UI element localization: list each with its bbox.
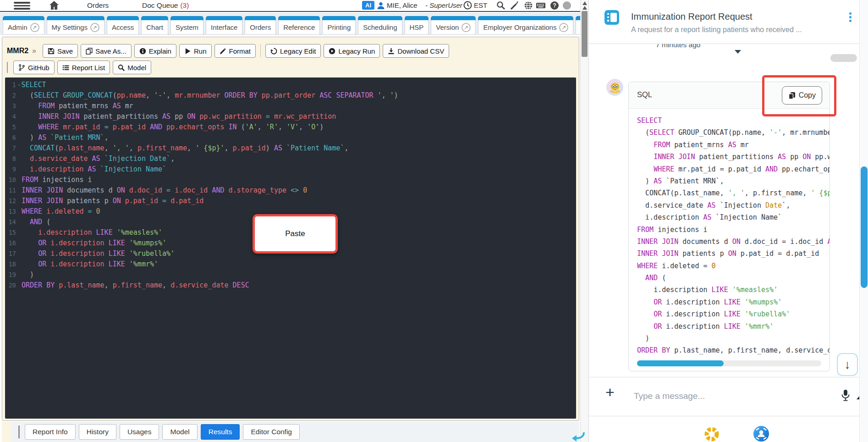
nav-tab-system[interactable]: System <box>170 16 203 35</box>
globe-icon[interactable] <box>523 0 533 11</box>
line-number[interactable]: 16 <box>5 238 22 249</box>
toolbar-legacy-run-button[interactable]: Legacy Run <box>324 44 380 58</box>
chat-title: Immunization Report Request <box>631 11 753 22</box>
chat-code-line-2: (SELECT GROUP_CONCAT(pp.name, '-', mr.mr… <box>637 127 830 138</box>
line-number[interactable]: 18 <box>5 259 22 270</box>
chat-subtitle: A request for a report listing patients … <box>631 26 802 34</box>
line-number[interactable]: 3 <box>5 101 22 111</box>
line-number[interactable]: 19 <box>5 270 22 280</box>
line-number[interactable]: 8 <box>5 154 22 164</box>
page-scrollbar[interactable] <box>859 0 868 442</box>
bottom-tab-results[interactable]: Results <box>201 424 240 440</box>
editor-toolbar-row-2: GitHubReport ListModel <box>2 60 579 75</box>
toolbar-legacy-edit-button[interactable]: Legacy Edit <box>265 44 321 58</box>
timestamp-caret-icon[interactable] <box>735 50 741 54</box>
paste-button[interactable]: Paste <box>253 214 338 254</box>
microphone-icon[interactable] <box>841 389 851 403</box>
ai-badge[interactable]: AI <box>362 1 374 10</box>
line-number[interactable]: 15 <box>5 227 22 238</box>
reportlist-icon <box>62 64 69 71</box>
nav-tab-label: Interface <box>211 23 237 31</box>
bottom-tab-usages[interactable]: Usages <box>120 424 159 440</box>
nav-tab-scheduling[interactable]: Scheduling <box>358 16 402 35</box>
panel-icon[interactable] <box>604 10 619 25</box>
line-number[interactable]: 2 <box>5 90 22 101</box>
copy-button[interactable]: Copy <box>782 86 822 105</box>
assistant-logo-icon[interactable] <box>752 425 770 442</box>
scroll-to-bottom-button[interactable]: ↓ <box>837 353 858 376</box>
page-scrollbar-thumb[interactable] <box>861 166 868 288</box>
bottom-tab-history[interactable]: History <box>79 424 116 440</box>
toolbar-save-as-button[interactable]: Save As... <box>81 44 132 58</box>
line-number[interactable]: 20 <box>5 280 22 291</box>
wand-icon[interactable] <box>510 0 520 11</box>
button-label: Save As... <box>95 47 126 55</box>
bottom-tab-editor-config[interactable]: Editor Config <box>243 424 300 440</box>
help-icon[interactable]: ? <box>549 0 560 11</box>
gear-spinner-icon[interactable] <box>703 425 720 442</box>
help-glyph: ? <box>550 1 559 10</box>
reply-arrow-icon[interactable] <box>572 432 585 442</box>
scrollbar-thumb[interactable] <box>582 11 588 57</box>
attach-plus-button[interactable]: + <box>605 384 615 400</box>
nav-tab-label: Printing <box>327 23 351 31</box>
fold-caret-icon[interactable]: v <box>18 80 20 90</box>
breadcrumb-orders[interactable]: Orders <box>87 1 109 10</box>
report-name-chevron[interactable]: » <box>32 47 36 55</box>
toolbar-model-button[interactable]: Model <box>113 61 151 74</box>
queue-count-badge: (3) <box>180 1 189 9</box>
line-number[interactable]: 7 <box>5 143 22 154</box>
nav-tab-chart[interactable]: Chart <box>141 16 168 35</box>
nav-tab-reference[interactable]: Reference <box>278 16 320 35</box>
nav-tab-orders[interactable]: Orders <box>245 16 276 35</box>
code-line-9: 9 i.description AS `Injection Name` <box>5 164 576 175</box>
hamburger-menu-icon[interactable] <box>14 2 30 10</box>
bottom-tab-model[interactable]: Model <box>162 424 197 440</box>
search-icon[interactable] <box>496 0 506 11</box>
home-icon[interactable] <box>49 0 59 12</box>
legacyedit-icon <box>270 48 277 55</box>
nav-tab-provider[interactable]: Provider <box>576 16 580 35</box>
toolbar-explain-button[interactable]: Explain <box>134 44 176 58</box>
nav-tab-version[interactable]: Version↗ <box>431 16 476 35</box>
kebab-menu-icon[interactable] <box>848 11 852 23</box>
chat-code-line-12: INNER JOIN patients p ON p.pat_id = d.pa… <box>637 248 830 260</box>
external-link-icon[interactable]: ↗ <box>30 23 39 32</box>
report-name: MMR2 <box>7 47 28 55</box>
nav-tab-access[interactable]: Access <box>107 16 139 35</box>
nav-tab-admin[interactable]: Admin↗ <box>3 16 44 35</box>
toolbar-format-button[interactable]: Format <box>214 44 256 58</box>
line-number[interactable]: 11 <box>5 185 22 196</box>
toolbar-github-button[interactable]: GitHub <box>13 61 55 74</box>
toolbar-save-button[interactable]: Save <box>43 44 78 58</box>
scroll-up-icon-2[interactable] <box>582 6 587 10</box>
toolbar-report-list-button[interactable]: Report List <box>57 61 110 74</box>
line-number[interactable]: 10 <box>5 175 22 185</box>
line-number[interactable]: 17 <box>5 249 22 259</box>
nav-tab-interface[interactable]: Interface <box>206 16 242 35</box>
line-number[interactable]: 14 <box>5 217 22 227</box>
bottom-tab-report-info[interactable]: Report Info <box>25 424 76 440</box>
line-number[interactable]: 12 <box>5 196 22 206</box>
line-number[interactable]: 9 <box>5 164 22 175</box>
line-number[interactable]: 5 <box>5 122 22 133</box>
message-input[interactable]: Type a message... <box>634 391 826 401</box>
external-link-icon[interactable]: ↗ <box>559 23 568 32</box>
code-line-3: 3 FROM patient_mrns AS mr <box>5 101 576 111</box>
external-link-icon[interactable]: ↗ <box>461 23 471 32</box>
presence-icon[interactable] <box>562 0 572 11</box>
breadcrumb-doc-queue[interactable]: Doc Queue(3) <box>142 1 189 10</box>
nav-tab-printing[interactable]: Printing <box>322 16 356 35</box>
line-number[interactable]: 6 <box>5 133 22 143</box>
scroll-up-icon[interactable] <box>582 1 587 5</box>
keyboard-icon[interactable] <box>536 0 546 11</box>
toolbar-run-button[interactable]: Run <box>179 44 212 58</box>
nav-tab-my-settings[interactable]: My Settings↗ <box>47 16 104 35</box>
nav-tab-employer-organizations[interactable]: Employer Organizations↗ <box>478 16 573 35</box>
nav-tab-hsp[interactable]: HSP <box>405 16 429 35</box>
line-number[interactable]: 13 <box>5 206 22 217</box>
external-link-icon[interactable]: ↗ <box>90 23 99 32</box>
line-number[interactable]: 4 <box>5 111 22 122</box>
toolbar-download-csv-button[interactable]: Download CSV <box>383 44 449 58</box>
left-panel-scrollbar[interactable] <box>580 0 588 442</box>
